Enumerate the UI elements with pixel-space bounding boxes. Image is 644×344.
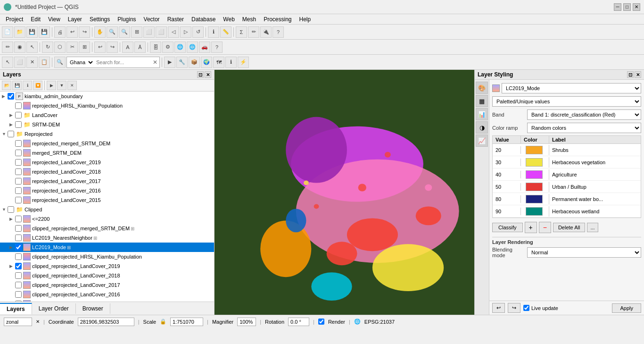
arrow-reprojected[interactable]: ▼ [2, 132, 8, 136]
redo-style-btn[interactable]: ↪ [508, 303, 520, 313]
menu-settings[interactable]: Settings [86, 15, 114, 24]
check-clipped[interactable] [8, 206, 14, 213]
arrow-srtm[interactable]: ▶ [9, 122, 15, 127]
color-row-20[interactable]: 20 Shrubs [493, 144, 641, 156]
layer-crlc2017[interactable]: ▶ clipped_reprojected_LandCover_2017 [0, 280, 214, 290]
renderer-select[interactable]: Paletted/Unique values [492, 96, 641, 107]
check-hrsl[interactable] [15, 102, 22, 109]
pan-left-btn[interactable]: ◁ [168, 26, 179, 38]
collapse-all-btn[interactable]: ▼ [57, 81, 66, 90]
filter-btn[interactable]: 🔽 [33, 81, 42, 90]
zoom-in-btn[interactable]: 🔍 [107, 26, 118, 38]
save-layer-btn[interactable]: 💾 [12, 81, 22, 90]
check-reprojected[interactable] [8, 131, 14, 137]
check-rlc15[interactable] [15, 197, 22, 203]
print-btn[interactable]: 🖨 [54, 26, 66, 38]
menu-web[interactable]: Web [219, 15, 238, 24]
check-rlc17[interactable] [15, 178, 22, 185]
undo-style-btn[interactable]: ↩ [492, 303, 505, 313]
georef-btn[interactable]: 🌐 [174, 42, 186, 53]
zoom-out-btn[interactable]: 🔍 [119, 26, 130, 38]
select2-btn[interactable]: ⬜ [14, 57, 25, 68]
help3-btn[interactable]: ? [211, 42, 223, 53]
layer-rlc2019[interactable]: ▶ reprojected_LandCover_2019 [0, 158, 214, 167]
db-btn[interactable]: 🗄 [150, 42, 161, 53]
color-row-30[interactable]: 30 Herbaceous vegetation [493, 156, 641, 168]
band-select[interactable]: Band 1: discrete_classification (Red) [527, 109, 641, 120]
field-calc-btn[interactable]: ✏ [248, 26, 259, 38]
swatch-40[interactable] [526, 170, 543, 179]
menu-layer[interactable]: Layer [64, 15, 86, 24]
delete-all-btn[interactable]: Delete All [553, 223, 585, 232]
pan-right-btn[interactable]: ▷ [180, 26, 191, 38]
check-landcover[interactable] [15, 112, 22, 118]
menu-raster[interactable]: Raster [164, 15, 188, 24]
zoom-select-btn[interactable]: ⬜ [156, 26, 167, 38]
swatch-30[interactable] [526, 158, 543, 167]
check-lc19nn[interactable] [15, 235, 22, 241]
label2-btn[interactable]: Ā [134, 42, 146, 53]
zonal-input[interactable] [4, 318, 32, 326]
minimize-btn[interactable]: ─ [614, 3, 621, 11]
merge-btn[interactable]: ⊞ [79, 42, 90, 53]
zoom-full-btn[interactable]: ⊞ [131, 26, 142, 38]
layer-rlc2016[interactable]: ▶ reprojected_LandCover_2016 [0, 186, 214, 195]
measure-btn[interactable]: 📏 [220, 26, 231, 38]
apply-button[interactable]: Apply [612, 303, 641, 313]
layer-rlc2015[interactable]: ▶ reprojected_LandCover_2015 [0, 195, 214, 205]
swatch-50[interactable] [526, 183, 543, 191]
arrow-clipped[interactable]: ▼ [2, 207, 8, 212]
menu-view[interactable]: View [44, 15, 64, 24]
help2-btn[interactable]: ? [272, 26, 284, 38]
open-layer-btn[interactable]: 📂 [2, 81, 11, 90]
layer-crhrsl[interactable]: ▶ clipped_reprojected_HRSL_Kiambu_Popula… [0, 252, 214, 261]
plugin-btn5[interactable]: 🗺 [213, 57, 224, 68]
style-raster-icon[interactable]: ▦ [476, 95, 488, 107]
plugin-btn1[interactable]: ▶ [164, 57, 175, 68]
menu-database[interactable]: Database [188, 15, 219, 24]
color-80[interactable] [521, 194, 549, 204]
layer-kiambu-admin[interactable]: ▶ P kiambu_admin_boundary [0, 92, 214, 101]
arrow-lc19m[interactable]: ▶ [9, 245, 15, 250]
layer-lc2019nn[interactable]: ▶ LC2019_NearestNeighbor ⊞ [0, 233, 214, 243]
check-rms[interactable] [15, 140, 22, 147]
menu-vector[interactable]: Vector [140, 15, 164, 24]
tab-layer-order[interactable]: Layer Order [32, 303, 76, 314]
zoom-layer-btn[interactable]: ⬜ [143, 26, 155, 38]
menu-processing[interactable]: Processing [260, 15, 295, 24]
remove-layer-btn[interactable]: ✕ [67, 81, 77, 90]
arrow-crlc19[interactable]: ▶ [9, 264, 15, 268]
more-btn[interactable]: ... [587, 223, 598, 232]
new-btn[interactable]: 📄 [2, 26, 13, 38]
rotation-input[interactable] [288, 318, 309, 326]
check-crms[interactable] [15, 225, 22, 232]
check-rlc18[interactable] [15, 168, 22, 175]
close-btn[interactable]: ✕ [633, 3, 640, 11]
add-color-btn[interactable]: + [525, 222, 537, 233]
layer-crlc2019[interactable]: ▶ clipped_reprojected_LandCover_2019 [0, 261, 214, 271]
pan-btn[interactable]: ✋ [94, 26, 106, 38]
live-update-check[interactable] [523, 305, 529, 311]
style-histogram-icon[interactable]: 📊 [476, 108, 488, 120]
check-rlc19[interactable] [15, 159, 22, 166]
coordinate-input[interactable] [78, 318, 134, 326]
filter-clear-icon[interactable]: ✕ [36, 319, 40, 324]
layer-hrsl[interactable]: ▶ reprojected_HRSL_Kiambu_Population [0, 101, 214, 110]
layer-crms[interactable]: ▶ clipped_reprojected_merged_SRTM_DEM ⊞ [0, 224, 214, 233]
swatch-90[interactable] [526, 207, 543, 216]
layer-rlc2017[interactable]: ▶ reprojected_LandCover_2017 [0, 176, 214, 186]
check-crlc18[interactable] [15, 272, 22, 279]
style-paint-icon[interactable]: 🎨 [476, 82, 488, 94]
georef2-btn[interactable]: 🌐 [187, 42, 198, 53]
processing-toolbox-btn[interactable]: ⚙ [162, 42, 173, 53]
swatch-20[interactable] [526, 146, 543, 154]
arrow-landcover[interactable]: ▶ [9, 113, 15, 117]
add-ring-btn[interactable]: ⬡ [54, 42, 66, 53]
locate-btn[interactable]: 🔍 [54, 57, 66, 68]
plugin-btn2[interactable]: 🔧 [176, 57, 188, 68]
check-crlc17[interactable] [15, 282, 22, 288]
check-kiambu[interactable] [8, 93, 14, 100]
tab-browser[interactable]: Browser [76, 303, 110, 314]
color-row-90[interactable]: 90 Herbaceous wetland [493, 205, 641, 218]
remove-color-btn[interactable]: − [539, 222, 551, 233]
